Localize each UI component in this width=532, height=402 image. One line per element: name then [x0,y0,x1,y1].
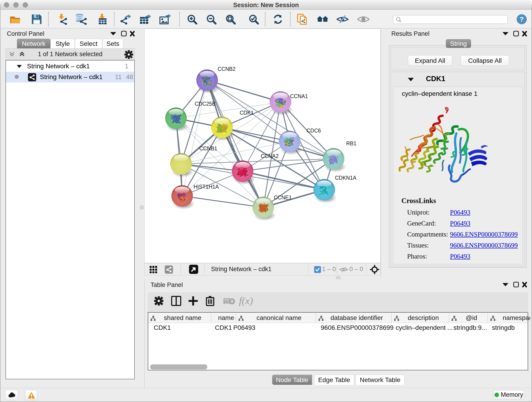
svg-text:CDC25B: CDC25B [195,101,215,107]
svg-text:CDKN1A: CDKN1A [335,175,356,181]
svg-text:CCNA1: CCNA1 [290,93,308,99]
svg-text:RB1: RB1 [346,140,356,147]
svg-text:CCNB2: CCNB2 [218,66,235,72]
svg-text:CCNE1: CCNE1 [274,195,292,201]
svg-text:HIST1H1A: HIST1H1A [194,184,219,190]
svg-text:CDC6: CDC6 [307,128,321,134]
svg-text:?: ? [520,15,524,23]
svg-text:CCNA2: CCNA2 [261,153,279,159]
svg-text:CCNB1: CCNB1 [199,146,217,152]
svg-text:CDK1: CDK1 [240,110,254,116]
